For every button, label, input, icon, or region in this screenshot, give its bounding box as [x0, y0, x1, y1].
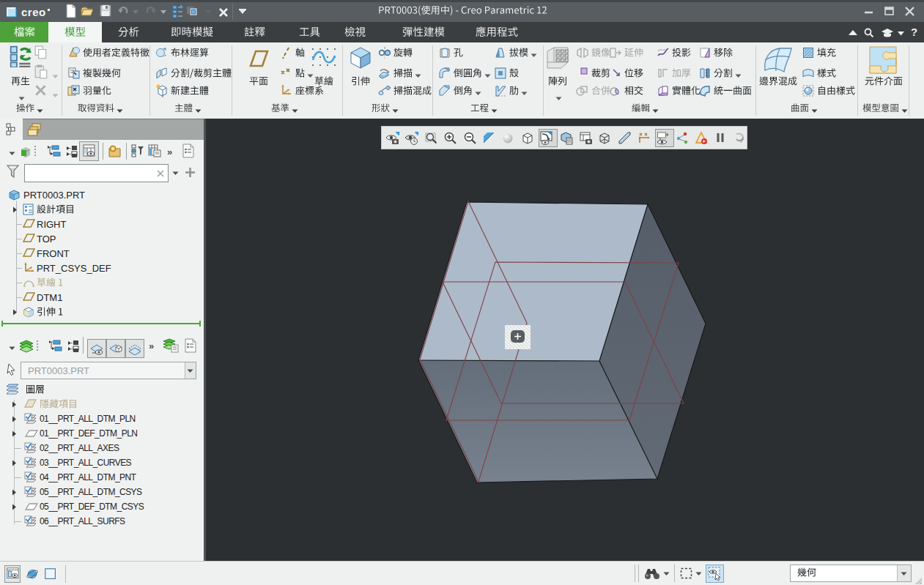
svg-text:creo: creo [21, 6, 46, 18]
